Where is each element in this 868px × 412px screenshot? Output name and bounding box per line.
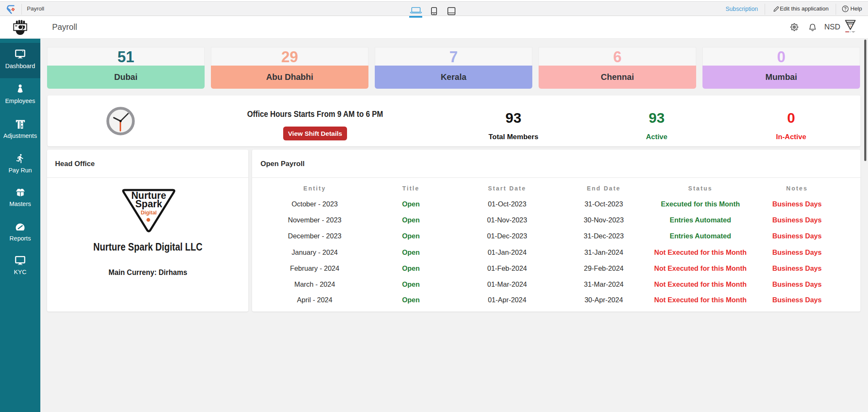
svg-text:Digital: Digital xyxy=(141,210,157,216)
svg-text:Spark: Spark xyxy=(135,198,162,209)
